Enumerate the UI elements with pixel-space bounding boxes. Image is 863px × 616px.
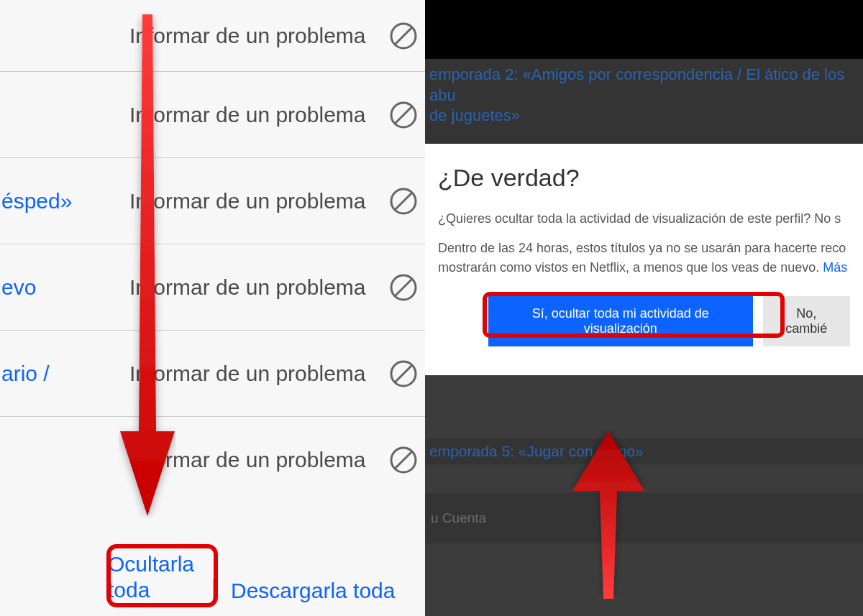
prohibit-icon[interactable] <box>389 446 418 474</box>
bottom-links: Ocultarla toda Descargarla toda <box>108 551 395 603</box>
report-problem-link[interactable]: Informar de un problema <box>129 24 366 48</box>
title-fragment[interactable]: ario / <box>0 362 50 386</box>
hide-all-label: Ocultarla toda <box>108 551 201 603</box>
episode-link[interactable]: emporada 2: «Amigos por correspondencia … <box>425 59 863 132</box>
confirm-modal: ¿De verdad? ¿Quieres ocultar toda la act… <box>425 144 863 375</box>
top-bar <box>425 0 863 59</box>
screenshot-container: Informar de un problema Informar de un p… <box>0 0 863 616</box>
report-problem-link[interactable]: Informar de un problema <box>129 189 366 213</box>
history-row: ésped» Informar de un problema <box>0 158 425 244</box>
history-row: Informar de un problema <box>0 72 425 158</box>
modal-title: ¿De verdad? <box>438 164 850 192</box>
prohibit-icon[interactable] <box>389 101 418 129</box>
prohibit-icon[interactable] <box>389 273 418 302</box>
download-all-link[interactable]: Descargarla toda <box>231 579 395 603</box>
svg-line-3 <box>395 106 412 124</box>
account-link[interactable]: u Cuenta <box>425 493 863 543</box>
after-modal-area: emporada 5: «Jugar con fuego» u Cuenta <box>425 438 863 543</box>
svg-line-9 <box>395 365 412 382</box>
cancel-button[interactable]: No, cambié <box>763 296 850 346</box>
title-fragment[interactable]: evo <box>0 275 36 300</box>
history-row: evo Informar de un problema <box>0 244 425 331</box>
svg-line-7 <box>395 279 412 296</box>
report-problem-link[interactable]: Informar de un problema <box>129 362 366 386</box>
svg-line-11 <box>395 451 412 469</box>
history-row: Informar de un problema <box>0 417 425 503</box>
modal-text-2a: Dentro de las 24 horas, estos títulos ya… <box>438 241 846 255</box>
title-fragment[interactable]: ésped» <box>0 189 72 213</box>
modal-text-1: ¿Quieres ocultar toda la actividad de vi… <box>438 209 850 229</box>
modal-text-2b: mostrarán como vistos en Netflix, a meno… <box>438 260 823 275</box>
left-panel: Informar de un problema Informar de un p… <box>0 0 425 616</box>
report-problem-link[interactable]: Informar de un problema <box>129 275 366 300</box>
hide-all-link[interactable]: Ocultarla toda <box>108 551 201 603</box>
prohibit-icon[interactable] <box>389 187 418 216</box>
right-panel: emporada 2: «Amigos por correspondencia … <box>425 0 863 616</box>
modal-buttons: Sí, ocultar toda mi actividad de visuali… <box>438 296 850 346</box>
episode-text-2: de juguetes» <box>429 106 520 124</box>
episode-text-1: emporada 2: «Amigos por correspondencia … <box>429 65 844 104</box>
svg-line-1 <box>395 27 412 45</box>
more-info-link[interactable]: Más <box>823 260 847 275</box>
episode-link[interactable]: emporada 5: «Jugar con fuego» <box>425 438 863 464</box>
separator <box>213 579 214 600</box>
prohibit-icon[interactable] <box>389 22 418 50</box>
history-row: ario / Informar de un problema <box>0 331 425 417</box>
history-row: Informar de un problema <box>0 0 425 72</box>
prohibit-icon[interactable] <box>389 359 418 388</box>
svg-line-5 <box>395 193 412 210</box>
confirm-hide-button[interactable]: Sí, ocultar toda mi actividad de visuali… <box>488 296 753 346</box>
modal-text-2: Dentro de las 24 horas, estos títulos ya… <box>438 239 850 277</box>
report-problem-link[interactable]: Informar de un problema <box>129 448 366 472</box>
report-problem-link[interactable]: Informar de un problema <box>129 103 366 127</box>
